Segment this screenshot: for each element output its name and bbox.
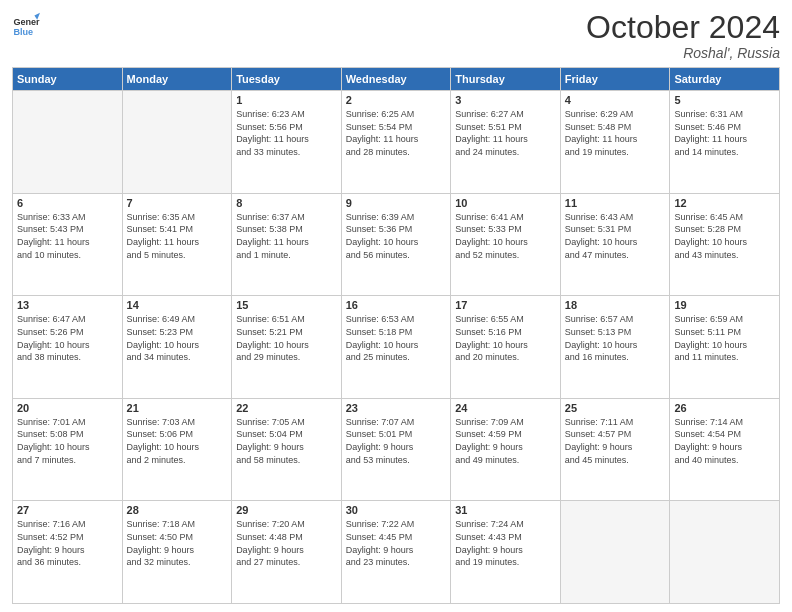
header: General Blue October 2024 Roshal', Russi… xyxy=(12,10,780,61)
title-area: October 2024 Roshal', Russia xyxy=(586,10,780,61)
calendar-cell: 13Sunrise: 6:47 AMSunset: 5:26 PMDayligh… xyxy=(13,296,123,399)
day-info: Sunrise: 7:14 AMSunset: 4:54 PMDaylight:… xyxy=(674,416,775,466)
day-info: Sunrise: 7:24 AMSunset: 4:43 PMDaylight:… xyxy=(455,518,556,568)
day-info: Sunrise: 7:22 AMSunset: 4:45 PMDaylight:… xyxy=(346,518,447,568)
day-number: 14 xyxy=(127,299,228,311)
day-number: 18 xyxy=(565,299,666,311)
calendar-cell: 11Sunrise: 6:43 AMSunset: 5:31 PMDayligh… xyxy=(560,193,670,296)
calendar-cell: 25Sunrise: 7:11 AMSunset: 4:57 PMDayligh… xyxy=(560,398,670,501)
logo: General Blue xyxy=(12,10,42,38)
day-header-saturday: Saturday xyxy=(670,68,780,91)
day-number: 24 xyxy=(455,402,556,414)
day-number: 19 xyxy=(674,299,775,311)
calendar-cell: 30Sunrise: 7:22 AMSunset: 4:45 PMDayligh… xyxy=(341,501,451,604)
day-number: 13 xyxy=(17,299,118,311)
calendar-cell: 26Sunrise: 7:14 AMSunset: 4:54 PMDayligh… xyxy=(670,398,780,501)
calendar-cell: 10Sunrise: 6:41 AMSunset: 5:33 PMDayligh… xyxy=(451,193,561,296)
day-info: Sunrise: 6:49 AMSunset: 5:23 PMDaylight:… xyxy=(127,313,228,363)
calendar-cell: 1Sunrise: 6:23 AMSunset: 5:56 PMDaylight… xyxy=(232,91,342,194)
day-number: 3 xyxy=(455,94,556,106)
calendar-cell: 4Sunrise: 6:29 AMSunset: 5:48 PMDaylight… xyxy=(560,91,670,194)
day-number: 22 xyxy=(236,402,337,414)
day-info: Sunrise: 6:35 AMSunset: 5:41 PMDaylight:… xyxy=(127,211,228,261)
calendar-cell: 2Sunrise: 6:25 AMSunset: 5:54 PMDaylight… xyxy=(341,91,451,194)
day-header-wednesday: Wednesday xyxy=(341,68,451,91)
day-number: 28 xyxy=(127,504,228,516)
day-number: 26 xyxy=(674,402,775,414)
calendar-cell: 6Sunrise: 6:33 AMSunset: 5:43 PMDaylight… xyxy=(13,193,123,296)
day-info: Sunrise: 6:55 AMSunset: 5:16 PMDaylight:… xyxy=(455,313,556,363)
day-number: 27 xyxy=(17,504,118,516)
day-info: Sunrise: 7:09 AMSunset: 4:59 PMDaylight:… xyxy=(455,416,556,466)
calendar-cell: 29Sunrise: 7:20 AMSunset: 4:48 PMDayligh… xyxy=(232,501,342,604)
day-number: 5 xyxy=(674,94,775,106)
calendar-cell: 7Sunrise: 6:35 AMSunset: 5:41 PMDaylight… xyxy=(122,193,232,296)
day-info: Sunrise: 6:53 AMSunset: 5:18 PMDaylight:… xyxy=(346,313,447,363)
day-number: 31 xyxy=(455,504,556,516)
location: Roshal', Russia xyxy=(586,45,780,61)
calendar-cell: 16Sunrise: 6:53 AMSunset: 5:18 PMDayligh… xyxy=(341,296,451,399)
day-number: 15 xyxy=(236,299,337,311)
calendar-cell: 18Sunrise: 6:57 AMSunset: 5:13 PMDayligh… xyxy=(560,296,670,399)
day-info: Sunrise: 7:03 AMSunset: 5:06 PMDaylight:… xyxy=(127,416,228,466)
day-number: 12 xyxy=(674,197,775,209)
day-info: Sunrise: 6:31 AMSunset: 5:46 PMDaylight:… xyxy=(674,108,775,158)
day-info: Sunrise: 6:27 AMSunset: 5:51 PMDaylight:… xyxy=(455,108,556,158)
day-number: 8 xyxy=(236,197,337,209)
calendar-cell: 8Sunrise: 6:37 AMSunset: 5:38 PMDaylight… xyxy=(232,193,342,296)
day-header-sunday: Sunday xyxy=(13,68,123,91)
day-info: Sunrise: 6:51 AMSunset: 5:21 PMDaylight:… xyxy=(236,313,337,363)
day-info: Sunrise: 7:16 AMSunset: 4:52 PMDaylight:… xyxy=(17,518,118,568)
day-number: 10 xyxy=(455,197,556,209)
day-info: Sunrise: 6:41 AMSunset: 5:33 PMDaylight:… xyxy=(455,211,556,261)
day-info: Sunrise: 7:11 AMSunset: 4:57 PMDaylight:… xyxy=(565,416,666,466)
day-info: Sunrise: 6:33 AMSunset: 5:43 PMDaylight:… xyxy=(17,211,118,261)
day-info: Sunrise: 7:01 AMSunset: 5:08 PMDaylight:… xyxy=(17,416,118,466)
day-info: Sunrise: 6:37 AMSunset: 5:38 PMDaylight:… xyxy=(236,211,337,261)
day-info: Sunrise: 6:23 AMSunset: 5:56 PMDaylight:… xyxy=(236,108,337,158)
day-info: Sunrise: 6:39 AMSunset: 5:36 PMDaylight:… xyxy=(346,211,447,261)
day-info: Sunrise: 6:57 AMSunset: 5:13 PMDaylight:… xyxy=(565,313,666,363)
day-number: 16 xyxy=(346,299,447,311)
day-number: 23 xyxy=(346,402,447,414)
calendar-cell: 24Sunrise: 7:09 AMSunset: 4:59 PMDayligh… xyxy=(451,398,561,501)
calendar-cell: 21Sunrise: 7:03 AMSunset: 5:06 PMDayligh… xyxy=(122,398,232,501)
calendar-cell: 27Sunrise: 7:16 AMSunset: 4:52 PMDayligh… xyxy=(13,501,123,604)
day-number: 30 xyxy=(346,504,447,516)
month-title: October 2024 xyxy=(586,10,780,45)
day-number: 17 xyxy=(455,299,556,311)
day-number: 11 xyxy=(565,197,666,209)
day-header-friday: Friday xyxy=(560,68,670,91)
calendar-cell: 23Sunrise: 7:07 AMSunset: 5:01 PMDayligh… xyxy=(341,398,451,501)
calendar-cell: 28Sunrise: 7:18 AMSunset: 4:50 PMDayligh… xyxy=(122,501,232,604)
week-row-2: 13Sunrise: 6:47 AMSunset: 5:26 PMDayligh… xyxy=(13,296,780,399)
calendar-table: SundayMondayTuesdayWednesdayThursdayFrid… xyxy=(12,67,780,604)
week-row-0: 1Sunrise: 6:23 AMSunset: 5:56 PMDaylight… xyxy=(13,91,780,194)
day-info: Sunrise: 6:59 AMSunset: 5:11 PMDaylight:… xyxy=(674,313,775,363)
day-info: Sunrise: 7:07 AMSunset: 5:01 PMDaylight:… xyxy=(346,416,447,466)
day-header-tuesday: Tuesday xyxy=(232,68,342,91)
calendar-cell: 17Sunrise: 6:55 AMSunset: 5:16 PMDayligh… xyxy=(451,296,561,399)
calendar-header-row: SundayMondayTuesdayWednesdayThursdayFrid… xyxy=(13,68,780,91)
day-number: 20 xyxy=(17,402,118,414)
page-container: General Blue October 2024 Roshal', Russi… xyxy=(0,0,792,612)
calendar-cell xyxy=(670,501,780,604)
day-number: 6 xyxy=(17,197,118,209)
calendar-cell: 5Sunrise: 6:31 AMSunset: 5:46 PMDaylight… xyxy=(670,91,780,194)
logo-icon: General Blue xyxy=(12,10,40,38)
calendar-cell: 12Sunrise: 6:45 AMSunset: 5:28 PMDayligh… xyxy=(670,193,780,296)
calendar-cell xyxy=(560,501,670,604)
calendar-cell: 19Sunrise: 6:59 AMSunset: 5:11 PMDayligh… xyxy=(670,296,780,399)
week-row-1: 6Sunrise: 6:33 AMSunset: 5:43 PMDaylight… xyxy=(13,193,780,296)
day-number: 7 xyxy=(127,197,228,209)
day-info: Sunrise: 6:45 AMSunset: 5:28 PMDaylight:… xyxy=(674,211,775,261)
day-number: 1 xyxy=(236,94,337,106)
week-row-4: 27Sunrise: 7:16 AMSunset: 4:52 PMDayligh… xyxy=(13,501,780,604)
day-info: Sunrise: 6:47 AMSunset: 5:26 PMDaylight:… xyxy=(17,313,118,363)
calendar-cell: 15Sunrise: 6:51 AMSunset: 5:21 PMDayligh… xyxy=(232,296,342,399)
calendar-cell: 3Sunrise: 6:27 AMSunset: 5:51 PMDaylight… xyxy=(451,91,561,194)
calendar-cell: 22Sunrise: 7:05 AMSunset: 5:04 PMDayligh… xyxy=(232,398,342,501)
day-info: Sunrise: 7:18 AMSunset: 4:50 PMDaylight:… xyxy=(127,518,228,568)
calendar-cell xyxy=(122,91,232,194)
day-number: 9 xyxy=(346,197,447,209)
